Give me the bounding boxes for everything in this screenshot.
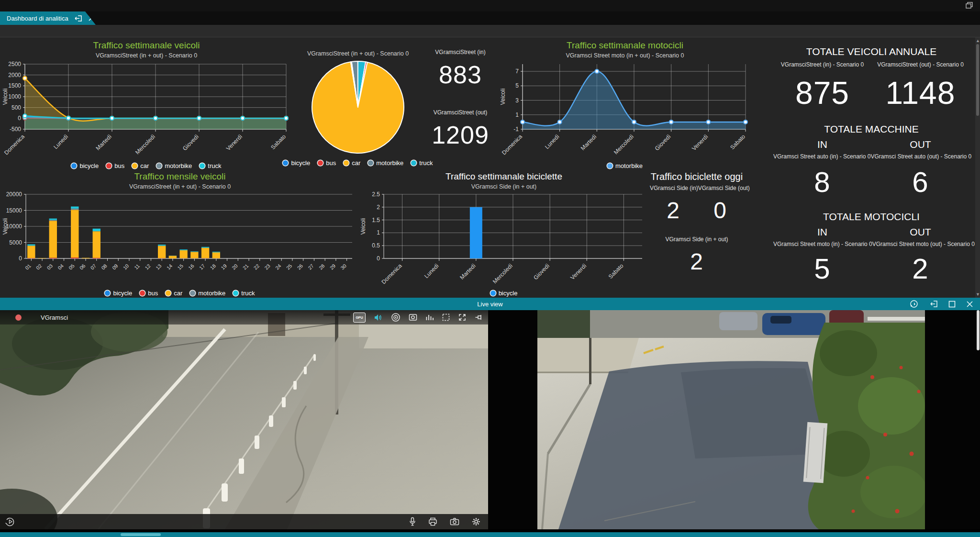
- camera-side-view[interactable]: [537, 310, 925, 529]
- in-label: VGramsciStreet (in): [423, 49, 498, 56]
- legend-item-truck[interactable]: truck: [200, 162, 221, 169]
- svg-text:0: 0: [18, 115, 21, 122]
- legend-item-bicycle[interactable]: bicycle: [490, 290, 518, 297]
- svg-text:Veicoli: Veicoli: [360, 218, 367, 235]
- weekly-motorbikes-chart: 7531-1DomenicaLunedìMartedìMercoledìGiov…: [499, 60, 751, 159]
- svg-text:Giovedì: Giovedì: [181, 133, 200, 152]
- window-restore-icon[interactable]: [966, 2, 973, 9]
- annual-total-title: TOTALE VEICOLI ANNUALE: [773, 46, 969, 57]
- legend-item-motorbike[interactable]: motorbike: [607, 162, 643, 169]
- chart-title: Traffico mensile veicoli: [1, 170, 359, 183]
- horizontal-scroll-thumb[interactable]: [121, 533, 161, 536]
- moto-in-heading: IN: [773, 226, 871, 238]
- panel-title: Traffico biciclette oggi: [650, 170, 744, 183]
- undock-icon[interactable]: [929, 300, 938, 308]
- legend-item-motorbike[interactable]: motorbike: [368, 159, 403, 167]
- vehicles-pie-chart: [293, 58, 423, 156]
- legend-item-bicycle[interactable]: bicycle: [283, 159, 310, 167]
- gear-icon[interactable]: [472, 517, 480, 526]
- window-titlebar: [0, 0, 980, 11]
- svg-text:07: 07: [89, 263, 97, 271]
- presenter-icon[interactable]: [910, 300, 919, 309]
- camera-header: VGramsci GPU: [0, 310, 488, 324]
- totals-panel: TOTALE VEICOLI ANNUALE VGramsciStreet (i…: [773, 39, 969, 298]
- svg-text:2500: 2500: [8, 61, 21, 67]
- legend-item-car[interactable]: car: [344, 159, 360, 167]
- legend-item-bicycle[interactable]: bicycle: [105, 290, 132, 297]
- target-icon[interactable]: [391, 313, 401, 322]
- chart-subtitle: VGramsci Street moto (in + out) - Scenar…: [499, 52, 751, 60]
- dashboard-scrollbar[interactable]: ▲ ▼: [975, 37, 980, 298]
- monthly-vehicles-panel: Traffico mensile veicoli VGramsciStreet …: [1, 170, 359, 297]
- legend-item-truck[interactable]: truck: [233, 290, 255, 297]
- legend-dot: [200, 163, 205, 168]
- close-icon[interactable]: [966, 301, 973, 308]
- moto-in-value: 5: [773, 252, 871, 285]
- monthly-vehicles-chart: 2000015000100005000001020304050607080910…: [1, 191, 359, 286]
- svg-text:03: 03: [45, 263, 54, 271]
- camera-vgramsci-view[interactable]: VGramsci GPU: [0, 310, 488, 529]
- svg-text:17: 17: [198, 263, 206, 271]
- legend-dot: [233, 291, 238, 296]
- moto-in-label: VGramsci Street moto (in) - Scenario 0: [773, 241, 872, 247]
- chart-subtitle: VGramsci Side (in + out): [359, 183, 649, 191]
- svg-text:1000: 1000: [8, 93, 21, 100]
- speaker-icon[interactable]: [374, 313, 383, 322]
- legend-item-motorbike[interactable]: motorbike: [156, 162, 192, 169]
- maximize-icon[interactable]: [948, 301, 956, 308]
- courtyard-scene: [537, 310, 925, 529]
- chart-title: Traffico settimanale biciclette: [359, 170, 649, 183]
- printer-icon[interactable]: [428, 517, 437, 526]
- svg-text:Martedì: Martedì: [94, 133, 113, 152]
- annual-in-label: VGramsciStreet (in) - Scenario 0: [773, 61, 871, 68]
- svg-text:27: 27: [307, 263, 315, 271]
- close-icon[interactable]: [88, 15, 95, 22]
- legend-item-car[interactable]: car: [166, 290, 182, 297]
- cars-out-heading: OUT: [871, 139, 969, 150]
- legend-item-bus[interactable]: bus: [106, 162, 124, 169]
- svg-text:15: 15: [176, 263, 184, 271]
- camera-icon[interactable]: [450, 518, 459, 526]
- mic-icon[interactable]: [409, 517, 416, 526]
- legend-dot: [132, 163, 137, 168]
- svg-text:5: 5: [515, 82, 519, 89]
- svg-text:2000: 2000: [8, 72, 21, 78]
- cars-total-title: TOTALE MACCHINE: [773, 123, 969, 135]
- app-window: Dashboard di analitica Traffico settiman…: [0, 0, 980, 537]
- svg-text:19: 19: [220, 263, 228, 271]
- bike-total-value: 2: [650, 248, 744, 275]
- weekly-bicycles-chart: 2.521.510.50DomenicaLunedìMartedìMercole…: [359, 191, 649, 286]
- legend-item-bus[interactable]: bus: [140, 290, 158, 297]
- snapshot-icon[interactable]: [409, 313, 417, 321]
- svg-text:7: 7: [515, 68, 519, 75]
- legend-item-bus[interactable]: bus: [318, 159, 336, 167]
- bike-out-label: VGramsci Side (out): [698, 185, 750, 191]
- svg-text:Venerdì: Venerdì: [569, 262, 588, 281]
- cars-in-heading: IN: [773, 139, 871, 150]
- gpu-icon[interactable]: GPU: [353, 313, 366, 323]
- selection-icon[interactable]: [442, 313, 450, 321]
- scroll-down-icon[interactable]: ▼: [976, 292, 980, 296]
- histogram-icon[interactable]: [425, 313, 434, 321]
- svg-text:28: 28: [318, 263, 326, 271]
- camera-footer: [0, 514, 488, 529]
- pin-icon[interactable]: [475, 314, 483, 321]
- tab-dashboard-analitica[interactable]: Dashboard di analitica: [0, 11, 96, 25]
- camera-scrollbar-thumb[interactable]: [977, 310, 980, 350]
- svg-text:5000: 5000: [9, 239, 22, 246]
- replay-icon[interactable]: [5, 516, 15, 527]
- svg-text:Lunedì: Lunedì: [423, 262, 440, 280]
- chart-subtitle: VGramsciStreet (in + out) - Scenario 0: [1, 52, 292, 60]
- legend-dot: [71, 163, 77, 168]
- fullscreen-icon[interactable]: [458, 313, 467, 322]
- legend-item-motorbike[interactable]: motorbike: [190, 290, 225, 297]
- svg-text:Sabato: Sabato: [607, 262, 625, 280]
- legend-item-bicycle[interactable]: bicycle: [71, 162, 99, 169]
- legend-item-car[interactable]: car: [132, 162, 149, 169]
- scroll-up-icon[interactable]: ▲: [976, 39, 980, 43]
- undock-icon[interactable]: [74, 15, 82, 22]
- bottom-scrollbar[interactable]: [0, 532, 980, 537]
- moto-total-title: TOTALE MOTOCICLI: [773, 211, 969, 223]
- scrollbar-thumb[interactable]: [976, 44, 979, 116]
- svg-text:Lunedì: Lunedì: [544, 133, 561, 150]
